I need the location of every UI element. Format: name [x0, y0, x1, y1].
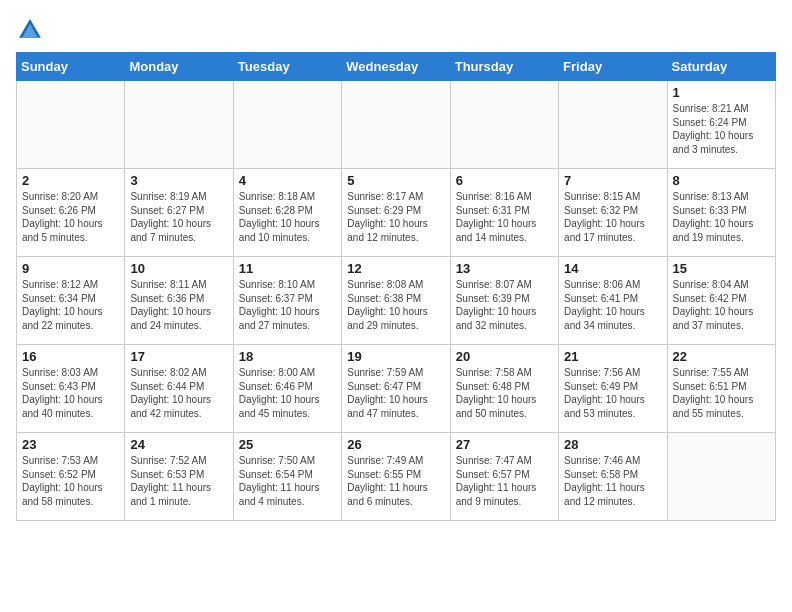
day-number: 13 — [456, 261, 553, 276]
day-info: Sunrise: 8:13 AM Sunset: 6:33 PM Dayligh… — [673, 190, 770, 244]
day-info: Sunrise: 7:52 AM Sunset: 6:53 PM Dayligh… — [130, 454, 227, 508]
calendar-cell: 1Sunrise: 8:21 AM Sunset: 6:24 PM Daylig… — [667, 81, 775, 169]
logo — [16, 16, 48, 44]
calendar-cell — [233, 81, 341, 169]
day-number: 25 — [239, 437, 336, 452]
day-info: Sunrise: 7:50 AM Sunset: 6:54 PM Dayligh… — [239, 454, 336, 508]
weekday-header-sunday: Sunday — [17, 53, 125, 81]
day-info: Sunrise: 7:53 AM Sunset: 6:52 PM Dayligh… — [22, 454, 119, 508]
day-number: 24 — [130, 437, 227, 452]
calendar-cell: 20Sunrise: 7:58 AM Sunset: 6:48 PM Dayli… — [450, 345, 558, 433]
day-info: Sunrise: 7:55 AM Sunset: 6:51 PM Dayligh… — [673, 366, 770, 420]
day-info: Sunrise: 7:49 AM Sunset: 6:55 PM Dayligh… — [347, 454, 444, 508]
day-number: 5 — [347, 173, 444, 188]
calendar-cell: 9Sunrise: 8:12 AM Sunset: 6:34 PM Daylig… — [17, 257, 125, 345]
weekday-header-thursday: Thursday — [450, 53, 558, 81]
day-number: 3 — [130, 173, 227, 188]
calendar-cell: 25Sunrise: 7:50 AM Sunset: 6:54 PM Dayli… — [233, 433, 341, 521]
day-info: Sunrise: 8:15 AM Sunset: 6:32 PM Dayligh… — [564, 190, 661, 244]
day-info: Sunrise: 8:08 AM Sunset: 6:38 PM Dayligh… — [347, 278, 444, 332]
calendar-cell: 22Sunrise: 7:55 AM Sunset: 6:51 PM Dayli… — [667, 345, 775, 433]
day-info: Sunrise: 8:10 AM Sunset: 6:37 PM Dayligh… — [239, 278, 336, 332]
day-number: 23 — [22, 437, 119, 452]
day-info: Sunrise: 8:00 AM Sunset: 6:46 PM Dayligh… — [239, 366, 336, 420]
calendar-cell: 13Sunrise: 8:07 AM Sunset: 6:39 PM Dayli… — [450, 257, 558, 345]
day-info: Sunrise: 8:02 AM Sunset: 6:44 PM Dayligh… — [130, 366, 227, 420]
day-info: Sunrise: 8:11 AM Sunset: 6:36 PM Dayligh… — [130, 278, 227, 332]
day-number: 21 — [564, 349, 661, 364]
day-info: Sunrise: 8:17 AM Sunset: 6:29 PM Dayligh… — [347, 190, 444, 244]
calendar-cell — [17, 81, 125, 169]
calendar-cell: 19Sunrise: 7:59 AM Sunset: 6:47 PM Dayli… — [342, 345, 450, 433]
day-number: 6 — [456, 173, 553, 188]
day-number: 28 — [564, 437, 661, 452]
day-info: Sunrise: 7:46 AM Sunset: 6:58 PM Dayligh… — [564, 454, 661, 508]
day-number: 22 — [673, 349, 770, 364]
calendar-cell: 12Sunrise: 8:08 AM Sunset: 6:38 PM Dayli… — [342, 257, 450, 345]
day-info: Sunrise: 7:56 AM Sunset: 6:49 PM Dayligh… — [564, 366, 661, 420]
calendar-cell: 24Sunrise: 7:52 AM Sunset: 6:53 PM Dayli… — [125, 433, 233, 521]
calendar-table: SundayMondayTuesdayWednesdayThursdayFrid… — [16, 52, 776, 521]
calendar-cell: 15Sunrise: 8:04 AM Sunset: 6:42 PM Dayli… — [667, 257, 775, 345]
day-number: 12 — [347, 261, 444, 276]
calendar-week-5: 23Sunrise: 7:53 AM Sunset: 6:52 PM Dayli… — [17, 433, 776, 521]
day-number: 26 — [347, 437, 444, 452]
calendar-cell: 26Sunrise: 7:49 AM Sunset: 6:55 PM Dayli… — [342, 433, 450, 521]
calendar-cell — [342, 81, 450, 169]
day-info: Sunrise: 8:19 AM Sunset: 6:27 PM Dayligh… — [130, 190, 227, 244]
calendar-cell: 10Sunrise: 8:11 AM Sunset: 6:36 PM Dayli… — [125, 257, 233, 345]
day-number: 4 — [239, 173, 336, 188]
calendar-cell — [450, 81, 558, 169]
weekday-header-saturday: Saturday — [667, 53, 775, 81]
weekday-header-friday: Friday — [559, 53, 667, 81]
calendar-cell: 2Sunrise: 8:20 AM Sunset: 6:26 PM Daylig… — [17, 169, 125, 257]
calendar-cell: 17Sunrise: 8:02 AM Sunset: 6:44 PM Dayli… — [125, 345, 233, 433]
day-info: Sunrise: 8:07 AM Sunset: 6:39 PM Dayligh… — [456, 278, 553, 332]
day-number: 14 — [564, 261, 661, 276]
day-info: Sunrise: 8:06 AM Sunset: 6:41 PM Dayligh… — [564, 278, 661, 332]
calendar-cell: 28Sunrise: 7:46 AM Sunset: 6:58 PM Dayli… — [559, 433, 667, 521]
day-info: Sunrise: 8:12 AM Sunset: 6:34 PM Dayligh… — [22, 278, 119, 332]
day-number: 1 — [673, 85, 770, 100]
calendar-cell: 8Sunrise: 8:13 AM Sunset: 6:33 PM Daylig… — [667, 169, 775, 257]
logo-icon — [16, 16, 44, 44]
calendar-cell: 18Sunrise: 8:00 AM Sunset: 6:46 PM Dayli… — [233, 345, 341, 433]
day-number: 7 — [564, 173, 661, 188]
calendar-cell: 7Sunrise: 8:15 AM Sunset: 6:32 PM Daylig… — [559, 169, 667, 257]
day-number: 19 — [347, 349, 444, 364]
day-number: 16 — [22, 349, 119, 364]
calendar-cell: 16Sunrise: 8:03 AM Sunset: 6:43 PM Dayli… — [17, 345, 125, 433]
day-number: 17 — [130, 349, 227, 364]
calendar-week-1: 1Sunrise: 8:21 AM Sunset: 6:24 PM Daylig… — [17, 81, 776, 169]
day-number: 11 — [239, 261, 336, 276]
weekday-header-tuesday: Tuesday — [233, 53, 341, 81]
calendar-cell: 6Sunrise: 8:16 AM Sunset: 6:31 PM Daylig… — [450, 169, 558, 257]
calendar-cell: 21Sunrise: 7:56 AM Sunset: 6:49 PM Dayli… — [559, 345, 667, 433]
calendar-cell: 4Sunrise: 8:18 AM Sunset: 6:28 PM Daylig… — [233, 169, 341, 257]
day-info: Sunrise: 8:20 AM Sunset: 6:26 PM Dayligh… — [22, 190, 119, 244]
day-info: Sunrise: 8:03 AM Sunset: 6:43 PM Dayligh… — [22, 366, 119, 420]
calendar-header-row: SundayMondayTuesdayWednesdayThursdayFrid… — [17, 53, 776, 81]
calendar-cell — [667, 433, 775, 521]
calendar-cell: 11Sunrise: 8:10 AM Sunset: 6:37 PM Dayli… — [233, 257, 341, 345]
day-number: 18 — [239, 349, 336, 364]
day-info: Sunrise: 7:47 AM Sunset: 6:57 PM Dayligh… — [456, 454, 553, 508]
day-info: Sunrise: 8:16 AM Sunset: 6:31 PM Dayligh… — [456, 190, 553, 244]
day-number: 10 — [130, 261, 227, 276]
day-number: 8 — [673, 173, 770, 188]
calendar-cell: 27Sunrise: 7:47 AM Sunset: 6:57 PM Dayli… — [450, 433, 558, 521]
day-number: 27 — [456, 437, 553, 452]
day-number: 2 — [22, 173, 119, 188]
weekday-header-wednesday: Wednesday — [342, 53, 450, 81]
day-info: Sunrise: 7:59 AM Sunset: 6:47 PM Dayligh… — [347, 366, 444, 420]
day-info: Sunrise: 8:21 AM Sunset: 6:24 PM Dayligh… — [673, 102, 770, 156]
calendar-week-2: 2Sunrise: 8:20 AM Sunset: 6:26 PM Daylig… — [17, 169, 776, 257]
calendar-cell — [125, 81, 233, 169]
calendar-cell — [559, 81, 667, 169]
weekday-header-monday: Monday — [125, 53, 233, 81]
day-number: 20 — [456, 349, 553, 364]
day-number: 9 — [22, 261, 119, 276]
calendar-week-3: 9Sunrise: 8:12 AM Sunset: 6:34 PM Daylig… — [17, 257, 776, 345]
day-info: Sunrise: 8:18 AM Sunset: 6:28 PM Dayligh… — [239, 190, 336, 244]
day-info: Sunrise: 8:04 AM Sunset: 6:42 PM Dayligh… — [673, 278, 770, 332]
